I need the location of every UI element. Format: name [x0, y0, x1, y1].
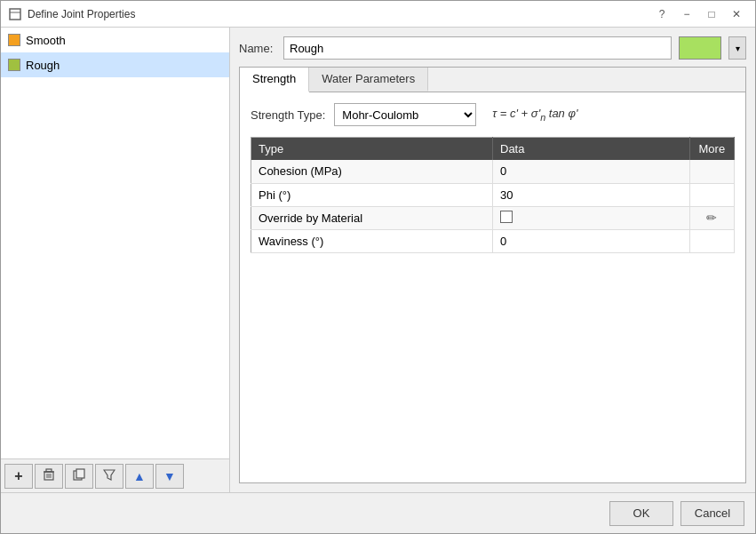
copy-button[interactable] — [65, 464, 93, 489]
minimize-button[interactable]: − — [675, 4, 698, 24]
col-header-type: Type — [251, 138, 493, 161]
tab-content-strength: Strength Type: Mohr-Coulomb Barton-Bandi… — [240, 92, 745, 482]
delete-button[interactable] — [35, 464, 63, 489]
row-phi-data[interactable]: 30 — [493, 183, 690, 206]
cancel-button[interactable]: Cancel — [680, 501, 744, 526]
row-phi-more — [689, 183, 734, 206]
smooth-color-swatch — [8, 34, 20, 46]
override-checkbox[interactable] — [500, 211, 513, 223]
name-label: Name: — [239, 42, 276, 55]
name-input[interactable] — [283, 36, 672, 60]
row-override-data[interactable] — [493, 206, 690, 229]
list-item-smooth[interactable]: Smooth — [1, 28, 229, 52]
trash-icon — [43, 468, 55, 483]
help-button[interactable]: ? — [650, 4, 673, 24]
copy-icon — [73, 468, 85, 483]
ok-button[interactable]: OK — [609, 501, 673, 526]
tab-water-parameters[interactable]: Water Parameters — [309, 68, 428, 92]
svg-rect-4 — [46, 469, 52, 472]
smooth-label: Smooth — [26, 34, 66, 47]
row-cohesion-type: Cohesion (MPa) — [251, 160, 493, 183]
title-bar: Define Joint Properties ? − □ ✕ — [1, 1, 755, 28]
table-row: Phi (°) 30 — [251, 183, 735, 206]
add-button[interactable]: + — [4, 464, 33, 489]
formula-display: τ = c' + σ'n tan φ' — [492, 107, 577, 123]
bottom-bar: OK Cancel — [1, 492, 755, 533]
name-row: Name: ▾ — [239, 36, 746, 60]
maximize-button[interactable]: □ — [700, 4, 723, 24]
rough-color-swatch — [8, 59, 20, 71]
strength-type-row: Strength Type: Mohr-Coulomb Barton-Bandi… — [251, 103, 735, 126]
tab-strength[interactable]: Strength — [240, 68, 309, 92]
title-bar-controls: ? − □ ✕ — [650, 4, 748, 24]
chevron-down-icon: ▾ — [736, 44, 740, 53]
data-table: Type Data More Cohesion (MPa) 0 — [251, 137, 735, 253]
move-down-button[interactable]: ▼ — [155, 464, 184, 489]
row-waviness-data[interactable]: 0 — [493, 229, 690, 252]
add-icon: + — [14, 468, 22, 484]
svg-marker-10 — [104, 470, 115, 480]
window-icon — [8, 7, 22, 21]
filter-icon — [103, 468, 115, 483]
table-row: Override by Material ✏ — [251, 206, 735, 229]
tabs-container: Strength Water Parameters Strength Type:… — [239, 67, 746, 483]
svg-rect-0 — [10, 9, 20, 20]
col-header-data: Data — [493, 138, 690, 161]
strength-type-label: Strength Type: — [251, 108, 325, 122]
rough-label: Rough — [26, 59, 60, 72]
up-arrow-icon: ▲ — [133, 469, 146, 483]
row-cohesion-data[interactable]: 0 — [493, 160, 690, 183]
left-panel: Smooth Rough + — [1, 28, 230, 492]
window-title: Define Joint Properties — [28, 8, 135, 20]
color-dropdown-arrow[interactable]: ▾ — [728, 36, 746, 60]
close-button[interactable]: ✕ — [725, 4, 748, 24]
color-picker-button[interactable] — [679, 36, 721, 60]
title-bar-left: Define Joint Properties — [8, 7, 135, 21]
row-override-more[interactable]: ✏ — [689, 206, 734, 229]
edit-icon[interactable]: ✏ — [706, 211, 717, 225]
main-window: Define Joint Properties ? − □ ✕ Smooth R… — [0, 0, 756, 534]
list-toolbar: + — [1, 458, 229, 492]
table-row: Waviness (°) 0 — [251, 229, 735, 252]
row-phi-type: Phi (°) — [251, 183, 493, 206]
joint-list: Smooth Rough — [1, 28, 229, 458]
filter-button[interactable] — [95, 464, 123, 489]
list-item-rough[interactable]: Rough — [1, 52, 229, 77]
tab-bar: Strength Water Parameters — [240, 68, 745, 92]
row-waviness-more — [689, 229, 734, 252]
row-override-type: Override by Material — [251, 206, 493, 229]
down-arrow-icon: ▼ — [163, 469, 176, 483]
move-up-button[interactable]: ▲ — [125, 464, 154, 489]
row-waviness-type: Waviness (°) — [251, 229, 493, 252]
right-panel: Name: ▾ Strength Water Parameters Streng… — [230, 28, 755, 492]
table-row: Cohesion (MPa) 0 — [251, 160, 735, 183]
main-content: Smooth Rough + — [1, 28, 755, 492]
col-header-more: More — [689, 138, 734, 161]
row-cohesion-more — [689, 160, 734, 183]
strength-type-select[interactable]: Mohr-Coulomb Barton-Bandis None — [334, 103, 476, 126]
svg-rect-9 — [76, 469, 84, 478]
